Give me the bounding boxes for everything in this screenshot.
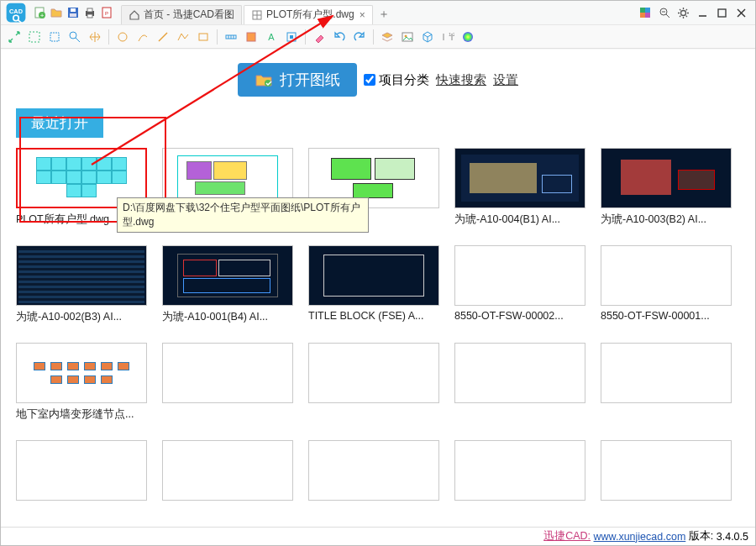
thumbnail-caption: TITLE BLOCK (FSE) A...: [308, 310, 439, 322]
palette-icon[interactable]: [638, 6, 652, 20]
recent-file-card[interactable]: 8550-OT-FSW-00001...: [601, 245, 732, 324]
status-version-label: 版本:: [689, 529, 713, 543]
tool-text-icon[interactable]: A: [263, 29, 280, 45]
tool-block-icon[interactable]: [283, 29, 300, 45]
svg-line-32: [686, 9, 687, 10]
tool-undo-icon[interactable]: [331, 29, 348, 45]
separator: [305, 29, 306, 45]
thumbnail[interactable]: [454, 148, 585, 208]
tab-document-plot[interactable]: PLOT所有户型.dwg ×: [244, 5, 373, 24]
file-path-tooltip: D:\百度网盘下载\32个住宅户型平面图纸\PLOT所有户型.dwg: [117, 197, 369, 233]
thumbnail[interactable]: [601, 440, 732, 501]
recent-section-title: 最近打开: [16, 108, 103, 138]
new-file-icon[interactable]: +: [32, 5, 47, 20]
recent-file-card[interactable]: [601, 440, 732, 501]
tool-window-icon[interactable]: [46, 29, 63, 45]
action-bar: 打开图纸 项目分类 快速搜索 设置: [16, 63, 740, 97]
tool-dim-icon[interactable]: 1:2: [439, 29, 456, 45]
recent-file-card[interactable]: [16, 440, 147, 501]
recent-file-card[interactable]: [454, 440, 585, 501]
export-pdf-icon[interactable]: P: [99, 5, 114, 20]
maximize-button[interactable]: [715, 6, 729, 20]
recent-file-card[interactable]: [162, 440, 293, 501]
status-url-link[interactable]: www.xunjiecad.com: [594, 531, 686, 543]
svg-rect-52: [290, 35, 293, 39]
tool-rect-icon[interactable]: [195, 29, 212, 45]
thumbnail[interactable]: [454, 245, 585, 306]
tab-label: 首页 - 迅捷CAD看图: [144, 8, 234, 22]
close-window-button[interactable]: [734, 6, 748, 20]
tab-home[interactable]: 首页 - 迅捷CAD看图: [121, 5, 242, 24]
thumbnail[interactable]: [16, 343, 147, 403]
tool-zoom-icon[interactable]: [66, 29, 83, 45]
thumbnail[interactable]: [308, 343, 439, 403]
recent-file-card[interactable]: 8550-OT-FSW-00002...: [454, 245, 585, 324]
tool-redo-icon[interactable]: [351, 29, 368, 45]
project-category-input[interactable]: [364, 74, 375, 86]
zoom-out-icon[interactable]: [657, 6, 671, 20]
status-brand: 迅捷CAD:: [543, 529, 591, 543]
svg-rect-20: [640, 13, 645, 18]
thumbnail[interactable]: [308, 245, 439, 306]
recent-file-card[interactable]: 为琥-A10-003(B2) AI...: [601, 148, 732, 227]
tool-color-icon[interactable]: [459, 29, 476, 45]
thumbnail-caption: 8550-OT-FSW-00001...: [601, 310, 732, 322]
recent-file-card[interactable]: [601, 343, 732, 422]
recent-file-card[interactable]: [162, 343, 293, 422]
tool-circle-icon[interactable]: [114, 29, 131, 45]
recent-file-card[interactable]: [308, 440, 439, 501]
svg-text:A: A: [268, 32, 275, 42]
settings-link[interactable]: 设置: [493, 72, 518, 88]
svg-line-43: [159, 33, 167, 41]
project-category-checkbox[interactable]: 项目分类: [364, 72, 429, 88]
new-tab-button[interactable]: ＋: [375, 5, 393, 24]
svg-rect-38: [29, 32, 39, 42]
svg-point-42: [118, 33, 127, 41]
tool-layer-icon[interactable]: [243, 29, 260, 45]
recent-file-card[interactable]: 地下室内墙变形缝节点...: [16, 343, 147, 422]
project-category-label: 项目分类: [379, 72, 429, 88]
save-icon[interactable]: [66, 5, 81, 20]
svg-rect-21: [645, 13, 650, 18]
recent-file-card[interactable]: TITLE BLOCK (FSE) A...: [308, 245, 439, 324]
recent-file-card[interactable]: 为琥-A10-002(B3) AI...: [16, 245, 147, 324]
recent-file-card[interactable]: 为琥-A10-004(B1) AI...: [454, 148, 585, 227]
recent-file-card[interactable]: [454, 343, 585, 422]
tool-arc-icon[interactable]: [134, 29, 151, 45]
thumbnail[interactable]: [454, 343, 585, 403]
tool-image-icon[interactable]: [399, 29, 416, 45]
thumbnail[interactable]: [601, 245, 732, 306]
gear-icon[interactable]: [676, 6, 690, 20]
svg-rect-18: [640, 8, 645, 13]
thumbnail[interactable]: [162, 440, 293, 501]
thumbnail[interactable]: [454, 440, 585, 501]
tool-erase-icon[interactable]: [311, 29, 328, 45]
tool-3d-icon[interactable]: [419, 29, 436, 45]
tool-polyline-icon[interactable]: [175, 29, 192, 45]
thumbnail[interactable]: [308, 440, 439, 501]
thumbnail[interactable]: [601, 343, 732, 403]
thumbnail[interactable]: [16, 440, 147, 501]
separator: [373, 29, 374, 45]
tab-label: PLOT所有户型.dwg: [266, 8, 354, 22]
recent-file-card[interactable]: [308, 343, 439, 422]
tool-measure-icon[interactable]: [223, 29, 239, 45]
open-folder-icon[interactable]: [49, 5, 64, 20]
minimize-button[interactable]: [696, 6, 710, 20]
open-drawing-button[interactable]: 打开图纸: [238, 63, 357, 97]
tool-line-icon[interactable]: [155, 29, 171, 45]
thumbnail[interactable]: [601, 148, 732, 208]
thumbnail[interactable]: [162, 343, 293, 403]
thumbnail[interactable]: [162, 245, 293, 306]
tab-strip: 首页 - 迅捷CAD看图 PLOT所有户型.dwg × ＋: [121, 1, 638, 25]
recent-file-card[interactable]: 为琥-A10-001(B4) AI...: [162, 245, 293, 324]
tool-fullextent-icon[interactable]: [26, 29, 43, 45]
separator: [217, 29, 218, 45]
quick-search-link[interactable]: 快速搜索: [436, 72, 486, 88]
tool-layers-icon[interactable]: [379, 29, 396, 45]
print-icon[interactable]: [82, 5, 97, 20]
tool-pan-icon[interactable]: [87, 29, 103, 45]
thumbnail[interactable]: [16, 245, 147, 306]
tool-scale-icon[interactable]: [6, 29, 23, 45]
close-tab-icon[interactable]: ×: [360, 9, 365, 21]
